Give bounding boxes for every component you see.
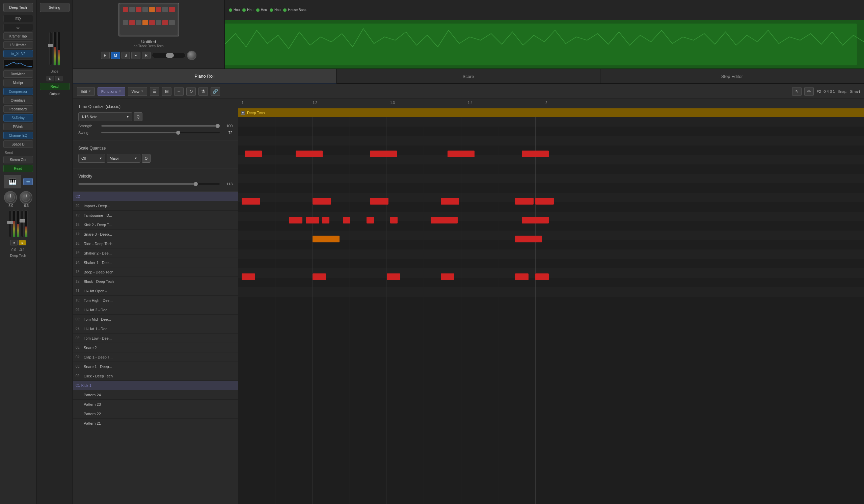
drm-slot[interactable]: DrmMchn [3, 70, 33, 77]
track-row-pattern22[interactable]: Pattern 22 [73, 409, 238, 419]
track-row-12[interactable]: 12: Block - Deep Tech [73, 277, 238, 286]
scale-q-btn[interactable]: Q [142, 154, 151, 163]
kramer-tap-slot[interactable]: Kramer Tap [3, 33, 33, 40]
track-row-18[interactable]: 18: Kick 2 - Deep T... [73, 220, 238, 230]
track-row-10[interactable]: 10: Tom High - Dee... [73, 296, 238, 305]
list-icon-btn[interactable]: ☰ [150, 87, 159, 96]
q-btn[interactable]: Q [134, 112, 142, 121]
cycle-icon-btn[interactable]: ↻ [186, 87, 196, 96]
view-btn[interactable]: View [128, 87, 147, 96]
drum-machine-display [119, 3, 179, 36]
track-row-20[interactable]: 20: Impact - Deep... [73, 201, 238, 211]
track-row-11[interactable]: 11: Hi-Hat Open -... [73, 286, 238, 296]
pencil-icon-btn[interactable]: ✏ [804, 87, 814, 96]
track-row-pattern24[interactable]: Pattern 24 [73, 390, 238, 400]
track-row-16[interactable]: 16: Ride - Deep Tech [73, 239, 238, 249]
svg-rect-20 [238, 250, 864, 259]
scale-off-dropdown[interactable]: Off ▼ [78, 154, 105, 163]
svg-rect-7 [238, 127, 864, 136]
stereo-out-slot[interactable]: Stereo Out [3, 156, 33, 164]
channel-output-label: Output [49, 92, 59, 96]
strength-slider[interactable] [101, 125, 220, 127]
track-row-04[interactable]: 04: Clap 1 - Deep T... [73, 352, 238, 362]
tab-piano-roll[interactable]: Piano Roll [73, 69, 336, 83]
ptverb-slot[interactable]: PtVerb [3, 123, 33, 130]
edit-btn[interactable]: Edit [77, 87, 95, 96]
track-row-pattern23[interactable]: Pattern 23 [73, 400, 238, 409]
track-row-03[interactable]: 03: Snare 1 - Deep... [73, 362, 238, 371]
pedalboard-slot[interactable]: Pedalboard [3, 105, 33, 113]
channel-fader[interactable] [49, 32, 52, 65]
track-row-pattern21[interactable]: Pattern 21 [73, 419, 238, 428]
track-row-02[interactable]: 02: Click - Deep Tech [73, 371, 238, 381]
eq-label: EQ [3, 15, 33, 22]
solo-btn-ch[interactable]: S [55, 76, 62, 81]
note-09-2 [313, 198, 331, 205]
waveform-area: Hou Hou Hou Hou House Bass. [225, 0, 864, 69]
fader-main[interactable] [9, 210, 11, 237]
grid-area[interactable]: 1 1.2 1.3 1.4 2 ■ Deep Tech [238, 99, 864, 504]
quantize-dropdown[interactable]: 1/16 Note ▼ [78, 112, 132, 121]
track-row-05[interactable]: 05: Snare 2 [73, 343, 238, 352]
split-icon-btn[interactable]: ⊟ [162, 87, 171, 96]
cursor-icon-btn[interactable]: ↖ [792, 87, 802, 96]
channel-5[interactable]: House Bass. [283, 8, 307, 12]
track-label-bottom: Deep Tech [10, 254, 26, 257]
h-btn[interactable]: H [101, 52, 110, 59]
multipr-slot[interactable]: Multipr [3, 79, 33, 86]
marker-1-3: 1.3 [390, 101, 395, 105]
r-btn[interactable]: R [142, 52, 151, 59]
fader-secondary[interactable] [21, 210, 24, 237]
track-row-19[interactable]: 19: Tambourine - D... [73, 211, 238, 220]
track-row-13[interactable]: 13: Boop - Deep Tech [73, 267, 238, 277]
track-row-07[interactable]: 07: Hi-Hat 1 - Dee... [73, 324, 238, 334]
mute-btn-ch[interactable]: M [47, 76, 54, 81]
st-delay-slot[interactable]: St-Delay [3, 114, 33, 121]
scale-major-dropdown[interactable]: Major ▼ [107, 154, 141, 163]
left-arrow-icon-btn[interactable]: ← [174, 87, 184, 96]
setting-btn[interactable]: Setting [40, 3, 70, 12]
arrow-btn[interactable]: ⬅ [23, 178, 33, 185]
channel-eq-slot[interactable]: Channel EQ [3, 132, 33, 139]
track-name-btn[interactable]: Deep Tech [3, 3, 33, 12]
functions-btn[interactable]: Functions [97, 87, 125, 96]
channel-2[interactable]: Hou [242, 8, 253, 12]
velocity-slider[interactable] [78, 183, 220, 185]
read-btn-ch[interactable]: Read [40, 83, 70, 90]
read-btn-left[interactable]: Read [3, 165, 33, 172]
piano-roll-content: Time Quantize (classic) 1/16 Note ▼ Q St… [73, 99, 864, 504]
space-d-slot[interactable]: Space D [3, 141, 33, 148]
svg-rect-24 [238, 287, 864, 297]
overdrive-slot[interactable]: Overdrive [3, 97, 33, 104]
l3-slot[interactable]: L3 UltraMa [3, 41, 33, 49]
track-row-09[interactable]: 09: Hi-Hat 2 - Dee... [73, 305, 238, 315]
channel-4[interactable]: Hou [270, 8, 280, 12]
track-row-06[interactable]: 06: Tom Low - Dee... [73, 334, 238, 343]
channel-3[interactable]: Hou [256, 8, 267, 12]
svg-rect-17 [238, 221, 864, 230]
knob-1[interactable] [4, 191, 17, 204]
m-btn-transport[interactable]: M [111, 52, 120, 59]
note-01-3 [387, 274, 400, 280]
track-row-17[interactable]: 17: Snare 3 - Deep... [73, 230, 238, 239]
track-row-14[interactable]: 14: Shaker 1 - Dee... [73, 258, 238, 267]
link-icon-btn[interactable]: 🔗 [211, 87, 220, 96]
solo-btn-left[interactable]: S [19, 240, 26, 245]
bx-slot[interactable]: bx_XL V2 [3, 50, 33, 57]
knob-2[interactable] [20, 191, 32, 204]
channel-1[interactable]: Hou [229, 8, 240, 12]
tab-step-editor[interactable]: Step Editor [600, 69, 864, 83]
mute-btn-left[interactable]: M [10, 240, 17, 245]
c1-marker-row: C1 Kick 1 [73, 381, 238, 390]
s-btn-transport[interactable]: S [121, 52, 130, 59]
level-knob[interactable] [187, 51, 196, 60]
track-row-08[interactable]: 08: Tom Mid - Dee... [73, 315, 238, 324]
compressor-slot[interactable]: Compressor [3, 88, 33, 95]
volume-fader[interactable] [152, 53, 185, 58]
instrument-track-subtitle: on Track Deep Tech [134, 44, 164, 48]
star-btn[interactable]: ✶ [131, 52, 141, 59]
filter-icon-btn[interactable]: ⚗ [199, 87, 208, 96]
tab-score[interactable]: Score [336, 69, 600, 83]
swing-slider[interactable] [101, 132, 220, 133]
track-row-15[interactable]: 15: Shaker 2 - Dee... [73, 249, 238, 258]
